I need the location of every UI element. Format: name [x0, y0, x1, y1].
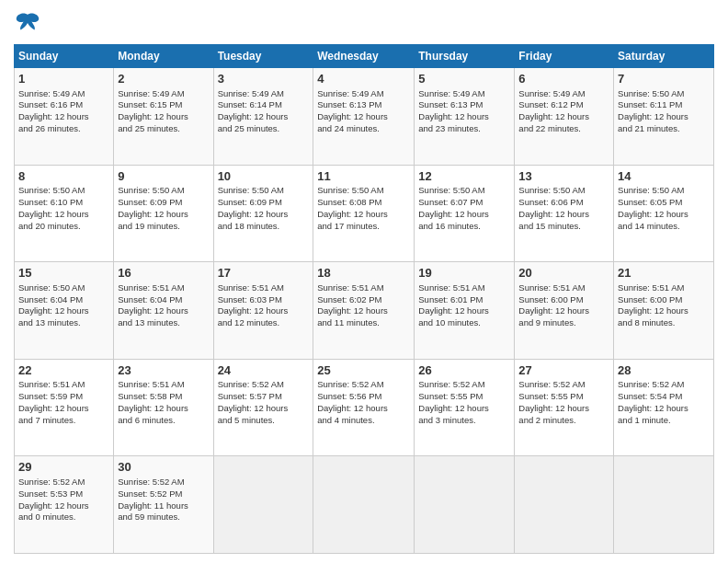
calendar-cell: 1Sunrise: 5:49 AM Sunset: 6:16 PM Daylig…: [15, 68, 114, 166]
cell-info: Sunrise: 5:52 AM Sunset: 5:52 PM Dayligh…: [118, 477, 209, 523]
calendar-cell: 30Sunrise: 5:52 AM Sunset: 5:52 PM Dayli…: [114, 456, 213, 554]
cell-info: Sunrise: 5:50 AM Sunset: 6:07 PM Dayligh…: [418, 185, 510, 232]
day-number: 9: [118, 168, 209, 185]
cell-info: Sunrise: 5:51 AM Sunset: 6:02 PM Dayligh…: [317, 282, 410, 329]
calendar-cell: [415, 456, 515, 554]
cell-info: Sunrise: 5:51 AM Sunset: 5:59 PM Dayligh…: [18, 379, 109, 426]
day-number: 29: [18, 459, 109, 476]
cell-info: Sunrise: 5:51 AM Sunset: 6:03 PM Dayligh…: [218, 282, 310, 329]
header: [14, 9, 714, 37]
cell-info: Sunrise: 5:50 AM Sunset: 6:09 PM Dayligh…: [218, 185, 310, 232]
cell-info: Sunrise: 5:49 AM Sunset: 6:12 PM Dayligh…: [518, 88, 609, 135]
cell-info: Sunrise: 5:50 AM Sunset: 6:08 PM Dayligh…: [317, 185, 410, 232]
cell-info: Sunrise: 5:50 AM Sunset: 6:05 PM Dayligh…: [618, 185, 710, 232]
day-number: 1: [18, 71, 109, 87]
day-number: 30: [118, 459, 209, 476]
cell-info: Sunrise: 5:50 AM Sunset: 6:11 PM Dayligh…: [618, 88, 710, 135]
calendar: SundayMondayTuesdayWednesdayThursdayFrid…: [14, 44, 714, 554]
day-number: 26: [418, 362, 510, 379]
cell-info: Sunrise: 5:50 AM Sunset: 6:09 PM Dayligh…: [118, 185, 209, 232]
logo-icon: [14, 9, 41, 37]
day-number: 24: [218, 362, 310, 379]
day-number: 19: [418, 265, 510, 282]
cell-info: Sunrise: 5:52 AM Sunset: 5:55 PM Dayligh…: [418, 379, 510, 426]
day-number: 5: [418, 71, 510, 87]
calendar-cell: 16Sunrise: 5:51 AM Sunset: 6:04 PM Dayli…: [114, 262, 213, 360]
day-number: 15: [18, 265, 109, 282]
cell-info: Sunrise: 5:52 AM Sunset: 5:54 PM Dayligh…: [618, 379, 710, 426]
cell-info: Sunrise: 5:50 AM Sunset: 6:06 PM Dayligh…: [518, 185, 609, 232]
day-number: 27: [518, 362, 609, 379]
calendar-cell: 20Sunrise: 5:51 AM Sunset: 6:00 PM Dayli…: [515, 262, 614, 360]
calendar-cell: [213, 456, 313, 554]
calendar-week-3: 15Sunrise: 5:50 AM Sunset: 6:04 PM Dayli…: [15, 262, 714, 360]
calendar-week-4: 22Sunrise: 5:51 AM Sunset: 5:59 PM Dayli…: [15, 359, 714, 456]
cell-info: Sunrise: 5:52 AM Sunset: 5:57 PM Dayligh…: [218, 379, 310, 426]
calendar-cell: [313, 456, 415, 554]
day-number: 4: [317, 71, 410, 87]
calendar-cell: 6Sunrise: 5:49 AM Sunset: 6:12 PM Daylig…: [515, 68, 614, 166]
page: SundayMondayTuesdayWednesdayThursdayFrid…: [0, 0, 728, 563]
day-number: 2: [118, 71, 209, 87]
day-number: 3: [218, 71, 310, 87]
day-number: 14: [618, 168, 710, 185]
day-header-thursday: Thursday: [415, 45, 515, 68]
day-number: 20: [518, 265, 609, 282]
calendar-cell: 23Sunrise: 5:51 AM Sunset: 5:58 PM Dayli…: [114, 359, 213, 456]
calendar-week-2: 8Sunrise: 5:50 AM Sunset: 6:10 PM Daylig…: [15, 165, 714, 262]
calendar-week-1: 1Sunrise: 5:49 AM Sunset: 6:16 PM Daylig…: [15, 68, 714, 166]
day-header-tuesday: Tuesday: [213, 45, 313, 68]
day-number: 12: [418, 168, 510, 185]
cell-info: Sunrise: 5:50 AM Sunset: 6:04 PM Dayligh…: [18, 282, 109, 329]
calendar-cell: 19Sunrise: 5:51 AM Sunset: 6:01 PM Dayli…: [415, 262, 515, 360]
day-number: 22: [18, 362, 109, 379]
calendar-cell: 26Sunrise: 5:52 AM Sunset: 5:55 PM Dayli…: [415, 359, 515, 456]
day-number: 16: [118, 265, 209, 282]
calendar-cell: 11Sunrise: 5:50 AM Sunset: 6:08 PM Dayli…: [313, 165, 415, 262]
calendar-cell: 10Sunrise: 5:50 AM Sunset: 6:09 PM Dayli…: [213, 165, 313, 262]
day-header-saturday: Saturday: [614, 45, 714, 68]
calendar-header-row: SundayMondayTuesdayWednesdayThursdayFrid…: [15, 45, 714, 68]
calendar-cell: 5Sunrise: 5:49 AM Sunset: 6:13 PM Daylig…: [415, 68, 515, 166]
cell-info: Sunrise: 5:51 AM Sunset: 6:01 PM Dayligh…: [418, 282, 510, 329]
cell-info: Sunrise: 5:49 AM Sunset: 6:16 PM Dayligh…: [18, 88, 109, 135]
calendar-cell: 3Sunrise: 5:49 AM Sunset: 6:14 PM Daylig…: [213, 68, 313, 166]
calendar-body: 1Sunrise: 5:49 AM Sunset: 6:16 PM Daylig…: [15, 68, 714, 554]
calendar-cell: 25Sunrise: 5:52 AM Sunset: 5:56 PM Dayli…: [313, 359, 415, 456]
day-number: 18: [317, 265, 410, 282]
cell-info: Sunrise: 5:52 AM Sunset: 5:56 PM Dayligh…: [317, 379, 410, 426]
calendar-cell: 27Sunrise: 5:52 AM Sunset: 5:55 PM Dayli…: [515, 359, 614, 456]
cell-info: Sunrise: 5:49 AM Sunset: 6:13 PM Dayligh…: [418, 88, 510, 135]
calendar-cell: 9Sunrise: 5:50 AM Sunset: 6:09 PM Daylig…: [114, 165, 213, 262]
day-number: 10: [218, 168, 310, 185]
calendar-cell: 17Sunrise: 5:51 AM Sunset: 6:03 PM Dayli…: [213, 262, 313, 360]
cell-info: Sunrise: 5:52 AM Sunset: 5:53 PM Dayligh…: [18, 477, 109, 523]
day-number: 8: [18, 168, 109, 185]
calendar-cell: 12Sunrise: 5:50 AM Sunset: 6:07 PM Dayli…: [415, 165, 515, 262]
day-number: 23: [118, 362, 209, 379]
cell-info: Sunrise: 5:51 AM Sunset: 6:00 PM Dayligh…: [518, 282, 609, 329]
calendar-cell: 29Sunrise: 5:52 AM Sunset: 5:53 PM Dayli…: [15, 456, 114, 554]
day-number: 13: [518, 168, 609, 185]
day-header-sunday: Sunday: [15, 45, 114, 68]
cell-info: Sunrise: 5:51 AM Sunset: 5:58 PM Dayligh…: [118, 379, 209, 426]
cell-info: Sunrise: 5:49 AM Sunset: 6:15 PM Dayligh…: [118, 88, 209, 135]
calendar-cell: 4Sunrise: 5:49 AM Sunset: 6:13 PM Daylig…: [313, 68, 415, 166]
calendar-week-5: 29Sunrise: 5:52 AM Sunset: 5:53 PM Dayli…: [15, 456, 714, 554]
calendar-cell: 15Sunrise: 5:50 AM Sunset: 6:04 PM Dayli…: [15, 262, 114, 360]
cell-info: Sunrise: 5:51 AM Sunset: 6:04 PM Dayligh…: [118, 282, 209, 329]
calendar-cell: 18Sunrise: 5:51 AM Sunset: 6:02 PM Dayli…: [313, 262, 415, 360]
calendar-cell: 2Sunrise: 5:49 AM Sunset: 6:15 PM Daylig…: [114, 68, 213, 166]
day-number: 28: [618, 362, 710, 379]
day-header-monday: Monday: [114, 45, 213, 68]
cell-info: Sunrise: 5:50 AM Sunset: 6:10 PM Dayligh…: [18, 185, 109, 232]
logo: [14, 9, 45, 37]
calendar-cell: [515, 456, 614, 554]
day-header-wednesday: Wednesday: [313, 45, 415, 68]
day-number: 7: [618, 71, 710, 87]
calendar-cell: [614, 456, 714, 554]
calendar-cell: 13Sunrise: 5:50 AM Sunset: 6:06 PM Dayli…: [515, 165, 614, 262]
calendar-cell: 14Sunrise: 5:50 AM Sunset: 6:05 PM Dayli…: [614, 165, 714, 262]
cell-info: Sunrise: 5:49 AM Sunset: 6:14 PM Dayligh…: [218, 88, 310, 135]
day-number: 11: [317, 168, 410, 185]
